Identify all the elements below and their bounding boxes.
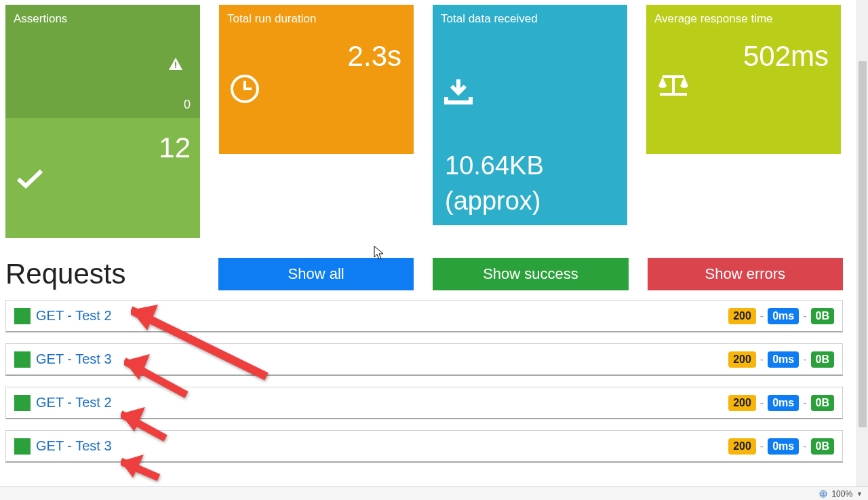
separator: - — [760, 310, 764, 322]
svg-rect-0 — [175, 62, 176, 66]
request-row[interactable]: GET - Test 2 200 - 0ms - 0B — [5, 387, 843, 419]
request-name[interactable]: GET - Test 3 — [36, 438, 112, 454]
card-title: Total data received — [441, 12, 538, 26]
assertions-pass-count: 12 — [159, 132, 191, 164]
svg-rect-1 — [175, 66, 176, 68]
request-name[interactable]: GET - Test 3 — [36, 351, 112, 367]
show-all-button[interactable]: Show all — [218, 258, 414, 290]
size-badge: 0B — [811, 308, 834, 324]
assertions-failed-panel: Assertions 0 — [5, 5, 200, 118]
separator: - — [760, 440, 764, 453]
request-row[interactable]: GET - Test 3 200 - 0ms - 0B — [5, 343, 843, 376]
status-badge: 200 — [728, 308, 756, 324]
size-badge: 0B — [811, 438, 834, 455]
status-square-icon — [14, 308, 31, 324]
request-badges: 200 - 0ms - 0B — [728, 438, 834, 455]
report-viewport: Assertions 0 12 Total run duration 2.3s — [0, 0, 856, 486]
time-badge: 0ms — [768, 438, 799, 455]
zoom-level[interactable]: 100% — [831, 489, 852, 499]
status-bar: 100% ▼ — [0, 486, 868, 500]
separator: - — [760, 353, 764, 366]
time-badge: 0ms — [768, 395, 799, 411]
status-square-icon — [14, 351, 31, 368]
duration-value: 2.3s — [348, 40, 401, 73]
assertions-fail-count: 0 — [184, 98, 191, 112]
data-value: 10.64KB — [445, 151, 544, 180]
separator: - — [803, 440, 806, 453]
request-badges: 200 - 0ms - 0B — [728, 308, 834, 324]
requests-list: GET - Test 2 200 - 0ms - 0B GET - Test 3… — [5, 300, 843, 474]
globe-icon — [819, 490, 827, 498]
status-square-icon — [14, 438, 31, 455]
request-badges: 200 - 0ms - 0B — [728, 395, 834, 411]
time-badge: 0ms — [768, 308, 799, 324]
summary-cards: Assertions 0 12 Total run duration 2.3s — [0, 0, 856, 238]
assertions-passed-panel: 12 — [5, 118, 200, 238]
requests-heading: Requests — [5, 258, 218, 290]
scrollbar-thumb[interactable] — [859, 61, 867, 427]
warning-icon — [169, 58, 182, 70]
show-success-button[interactable]: Show success — [433, 258, 628, 290]
status-badge: 200 — [728, 351, 756, 368]
vertical-scrollbar[interactable] — [856, 0, 868, 486]
size-badge: 0B — [811, 351, 834, 368]
request-row[interactable]: GET - Test 2 200 - 0ms - 0B — [5, 300, 843, 332]
requests-header-row: Requests Show all Show success Show erro… — [5, 258, 843, 290]
check-icon — [16, 168, 43, 189]
size-badge: 0B — [811, 395, 834, 411]
filter-buttons: Show all Show success Show errors — [218, 258, 843, 290]
scales-icon — [657, 74, 690, 98]
card-title: Average response time — [654, 12, 773, 26]
card-assertions: Assertions 0 12 — [5, 5, 200, 238]
card-title: Total run duration — [227, 12, 316, 26]
data-approx: (approx) — [445, 187, 541, 216]
card-data-received: Total data received 10.64KB (approx) — [433, 5, 627, 225]
clock-icon — [230, 74, 260, 104]
zoom-dropdown-icon[interactable]: ▼ — [856, 491, 863, 497]
status-badge: 200 — [728, 438, 756, 455]
card-duration: Total run duration 2.3s — [219, 5, 414, 154]
request-row[interactable]: GET - Test 3 200 - 0ms - 0B — [5, 430, 843, 463]
card-title: Assertions — [14, 12, 67, 26]
separator: - — [803, 310, 806, 322]
time-badge: 0ms — [768, 351, 799, 368]
separator: - — [803, 353, 806, 366]
request-name[interactable]: GET - Test 2 — [36, 308, 112, 324]
download-icon — [443, 78, 473, 105]
status-square-icon — [14, 395, 31, 411]
avg-value: 502ms — [743, 40, 829, 73]
separator: - — [803, 397, 806, 409]
show-errors-button[interactable]: Show errors — [648, 258, 843, 290]
separator: - — [760, 397, 764, 409]
request-badges: 200 - 0ms - 0B — [728, 351, 834, 368]
request-name[interactable]: GET - Test 2 — [36, 395, 112, 410]
status-badge: 200 — [728, 395, 756, 411]
card-avg-response: Average response time 502ms — [646, 5, 841, 154]
